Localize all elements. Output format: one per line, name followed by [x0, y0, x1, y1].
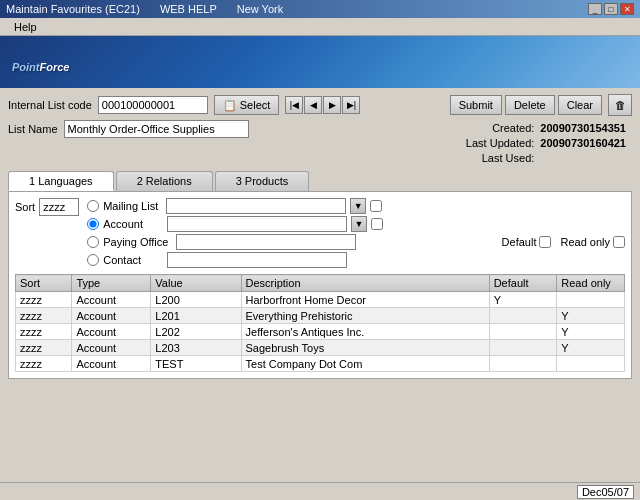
status-bar: Dec05/07: [0, 482, 640, 500]
default-checkbox[interactable]: [539, 236, 551, 248]
cell-default: [489, 308, 557, 324]
col-description: Description: [241, 275, 489, 292]
submit-button[interactable]: Submit: [450, 95, 502, 115]
logo-point: Point: [12, 61, 40, 73]
maximize-button[interactable]: □: [604, 3, 618, 15]
table-row[interactable]: zzzz Account TEST Test Company Dot Com: [16, 356, 625, 372]
mailing-list-label: Mailing List: [103, 200, 158, 212]
nav-last[interactable]: ▶|: [342, 96, 360, 114]
menu-help[interactable]: Help: [8, 20, 43, 34]
account-filter-btn[interactable]: ▼: [351, 216, 367, 232]
table-row[interactable]: zzzz Account L203 Sagebrush Toys Y: [16, 340, 625, 356]
last-updated-value: 20090730160421: [540, 137, 630, 150]
read-only-label: Read only: [560, 236, 610, 248]
title-bar-controls: _ □ ✕: [588, 3, 634, 15]
nav-prev[interactable]: ◀: [304, 96, 322, 114]
cell-read-only: Y: [557, 324, 625, 340]
account-filter-input[interactable]: [167, 216, 347, 232]
nav-next[interactable]: ▶: [323, 96, 341, 114]
list-name-label: List Name: [8, 123, 58, 135]
action-buttons: Submit Delete Clear: [450, 95, 602, 115]
account-label: Account: [103, 218, 143, 230]
table-row[interactable]: zzzz Account L201 Everything Prehistoric…: [16, 308, 625, 324]
cell-description: Sagebrush Toys: [241, 340, 489, 356]
created-label: Created:: [466, 122, 539, 135]
radio-account-input[interactable]: [87, 218, 99, 230]
last-used-value: [540, 152, 630, 165]
minimize-button[interactable]: _: [588, 3, 602, 15]
cell-value: L202: [151, 324, 241, 340]
table-row[interactable]: zzzz Account L200 Harborfront Home Decor…: [16, 292, 625, 308]
default-readonly: Default Read only: [502, 198, 625, 248]
cell-type: Account: [72, 308, 151, 324]
internal-list-code-label: Internal List code: [8, 99, 92, 111]
web-help-link[interactable]: WEB HELP: [160, 3, 217, 15]
mailing-list-filter-input[interactable]: [166, 198, 346, 214]
cell-read-only: Y: [557, 340, 625, 356]
cell-description: Everything Prehistoric: [241, 308, 489, 324]
last-updated-label: Last Updated:: [466, 137, 539, 150]
radio-contact: Contact: [87, 252, 383, 268]
mailing-list-filter-btn[interactable]: ▼: [350, 198, 366, 214]
tab-products[interactable]: 3 Products: [215, 171, 310, 191]
cell-sort: zzzz: [16, 308, 72, 324]
filter-row: Sort Mailing List ▼ Account ▼: [15, 198, 625, 268]
created-value: 20090730154351: [540, 122, 630, 135]
radio-paying-office-input[interactable]: [87, 236, 99, 248]
paying-office-label: Paying Office: [103, 236, 168, 248]
logo-force: Force: [40, 61, 70, 73]
mailing-list-checkbox[interactable]: [370, 200, 382, 212]
close-button[interactable]: ✕: [620, 3, 634, 15]
window-title: Maintain Favourites (EC21): [6, 3, 140, 15]
cell-default: [489, 356, 557, 372]
list-name-row: List Name: [8, 120, 249, 138]
table-row[interactable]: zzzz Account L202 Jefferson's Antiques I…: [16, 324, 625, 340]
cell-read-only: [557, 356, 625, 372]
tab-bar: 1 Languages 2 Relations 3 Products: [8, 171, 632, 191]
col-default: Default: [489, 275, 557, 292]
cell-description: Jefferson's Antiques Inc.: [241, 324, 489, 340]
radio-account: Account ▼: [87, 216, 383, 232]
sort-input[interactable]: [39, 198, 79, 216]
account-checkbox[interactable]: [371, 218, 383, 230]
col-read-only: Read only: [557, 275, 625, 292]
cell-value: TEST: [151, 356, 241, 372]
main-content: Internal List code 📋 Select |◀ ◀ ▶ ▶| Su…: [0, 88, 640, 385]
cell-sort: zzzz: [16, 356, 72, 372]
cell-sort: zzzz: [16, 292, 72, 308]
trash-button[interactable]: 🗑: [608, 94, 632, 116]
title-bar-left: Maintain Favourites (EC21) WEB HELP New …: [6, 3, 283, 15]
tab-relations[interactable]: 2 Relations: [116, 171, 213, 191]
cell-value: L200: [151, 292, 241, 308]
paying-office-filter-input[interactable]: [176, 234, 356, 250]
internal-list-code-input[interactable]: [98, 96, 208, 114]
nav-first[interactable]: |◀: [285, 96, 303, 114]
cell-type: Account: [72, 340, 151, 356]
location-text: New York: [237, 3, 283, 15]
title-bar: Maintain Favourites (EC21) WEB HELP New …: [0, 0, 640, 18]
list-name-input[interactable]: [64, 120, 249, 138]
clear-button[interactable]: Clear: [558, 95, 602, 115]
cell-default: [489, 340, 557, 356]
contact-filter-input[interactable]: [167, 252, 347, 268]
cell-read-only: [557, 292, 625, 308]
tab-languages[interactable]: 1 Languages: [8, 171, 114, 191]
contact-label: Contact: [103, 254, 141, 266]
sort-group: Sort: [15, 198, 79, 216]
read-only-checkbox[interactable]: [613, 236, 625, 248]
radio-mailing-list: Mailing List ▼: [87, 198, 383, 214]
nav-buttons: |◀ ◀ ▶ ▶|: [285, 96, 360, 114]
cell-type: Account: [72, 356, 151, 372]
radio-mailing-list-input[interactable]: [87, 200, 99, 212]
delete-button[interactable]: Delete: [505, 95, 555, 115]
radio-contact-input[interactable]: [87, 254, 99, 266]
cell-description: Harborfront Home Decor: [241, 292, 489, 308]
select-icon: 📋: [223, 99, 237, 112]
trash-icon: 🗑: [615, 99, 626, 111]
internal-list-code-row: Internal List code 📋 Select |◀ ◀ ▶ ▶| Su…: [8, 94, 632, 116]
col-value: Value: [151, 275, 241, 292]
col-sort: Sort: [16, 275, 72, 292]
cell-default: Y: [489, 292, 557, 308]
cell-value: L201: [151, 308, 241, 324]
select-button[interactable]: 📋 Select: [214, 95, 280, 115]
